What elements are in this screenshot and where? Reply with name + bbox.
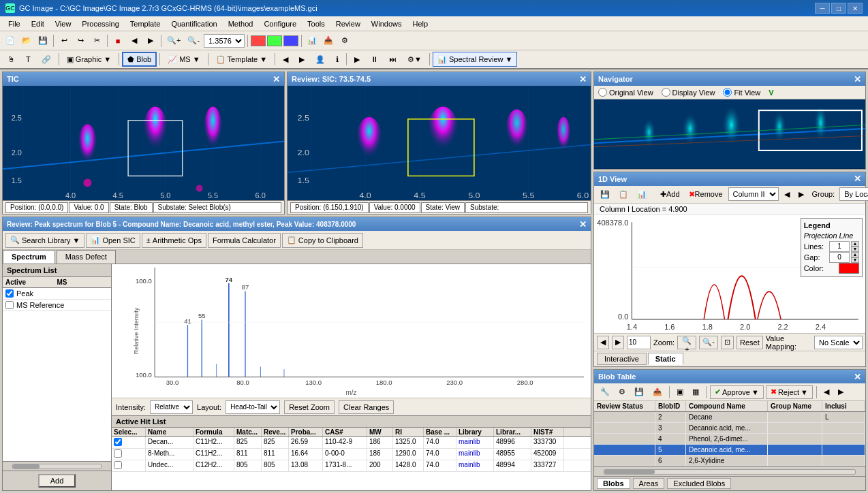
next-btn[interactable]: ▶ — [294, 52, 309, 67]
formula-calc-btn[interactable]: Formula Calculator — [208, 233, 281, 248]
menu-method[interactable]: Method — [223, 18, 259, 29]
zoom-in-btn[interactable]: 🔍+ — [164, 33, 183, 48]
tab-blobs[interactable]: Blobs — [597, 478, 630, 489]
new-btn[interactable]: 📄 — [3, 33, 18, 48]
user-btn[interactable]: 👤 — [311, 52, 330, 67]
radio-original[interactable]: Original View — [598, 88, 653, 97]
gap-down[interactable]: ▼ — [851, 257, 859, 263]
zoom-out-btn[interactable]: 🔍- — [185, 33, 202, 48]
prev-btn[interactable]: ◀ — [278, 52, 293, 67]
layout-select[interactable]: Head-to-Tail — [226, 400, 280, 414]
v1d-copy[interactable]: 📋 — [615, 187, 632, 201]
radio-display-input[interactable] — [662, 88, 670, 97]
row-checkbox[interactable] — [114, 449, 122, 458]
text-btn[interactable]: T — [21, 52, 35, 67]
zoom-value[interactable] — [627, 336, 651, 349]
radio-fit-input[interactable] — [723, 88, 732, 97]
blob-scroll-thumb[interactable] — [604, 470, 655, 474]
link-btn[interactable]: 🔗 — [37, 52, 56, 67]
open-btn[interactable]: 📂 — [19, 33, 34, 48]
tic-title-bar[interactable]: TIC ✕ — [3, 72, 284, 86]
settings-btn[interactable]: ⚙ — [337, 33, 352, 48]
hit-row[interactable]: 8-Meth... C11H2... 811 811 16.64 0-00-0 … — [112, 449, 591, 460]
color2-btn[interactable] — [267, 35, 282, 46]
search-library-btn[interactable]: 🔍 Search Library ▼ — [5, 233, 84, 248]
zoom-fit[interactable]: ⊡ — [721, 336, 734, 349]
menu-view[interactable]: View — [50, 18, 77, 29]
color-swatch[interactable] — [839, 263, 859, 274]
close-button[interactable]: ✕ — [848, 3, 863, 14]
menu-quantification[interactable]: Quantification — [166, 18, 222, 29]
group-select[interactable]: By Loca — [839, 187, 868, 201]
cut-btn[interactable]: ✂ — [89, 33, 104, 48]
prev-nav[interactable]: ◀ — [597, 336, 609, 349]
view1d-chart[interactable]: Legend Projection Line Lines: ▲ ▼ — [594, 215, 865, 333]
blob-tool2[interactable]: ⚙ — [615, 385, 629, 399]
reject-btn[interactable]: ✖ Reject ▼ — [766, 385, 813, 399]
blob-header[interactable]: Blob Table ✕ — [594, 370, 865, 383]
add-button[interactable]: Add — [38, 474, 76, 488]
v1d-info[interactable]: 📊 — [634, 187, 650, 201]
spectrum-chart[interactable]: Relative Intensity 100.0 100.0 30.0 — [112, 264, 591, 398]
cell-check[interactable] — [112, 460, 146, 471]
radio-original-input[interactable] — [598, 88, 607, 97]
options-btn[interactable]: ⚙▼ — [403, 52, 427, 67]
blob-filter1[interactable]: ▣ — [673, 385, 687, 399]
reset-zoom[interactable]: Reset — [737, 336, 763, 349]
play-btn[interactable]: ▶ — [350, 52, 365, 67]
tic-close[interactable]: ✕ — [273, 74, 280, 84]
clear-ranges-btn[interactable]: Clear Ranges — [339, 400, 394, 414]
color3-btn[interactable] — [283, 35, 298, 46]
sic-canvas[interactable]: 4.0 4.5 5.0 5.5 6.0 2.5 2.0 1.5 — [288, 86, 591, 200]
menu-template[interactable]: Template — [125, 18, 166, 29]
blob-tool1[interactable]: 🔧 — [597, 385, 613, 399]
zoom-out[interactable]: 🔍- — [699, 336, 718, 349]
run-btn[interactable]: ■ — [110, 33, 125, 48]
stop-btn[interactable]: ◀ — [127, 33, 142, 48]
radio-display[interactable]: Display View — [662, 88, 715, 97]
static-tab[interactable]: Static — [648, 353, 683, 365]
navigator-close[interactable]: ✕ — [854, 74, 861, 84]
menu-configure[interactable]: Configure — [258, 18, 302, 29]
gap-input[interactable] — [829, 252, 850, 263]
list-item[interactable]: MS Reference — [3, 300, 111, 311]
info-btn[interactable]: ℹ — [331, 52, 343, 67]
intensity-select[interactable]: Relative — [150, 400, 193, 414]
v1d-add[interactable]: ✚ Add — [657, 187, 683, 201]
blob-filter2[interactable]: ▦ — [689, 385, 702, 399]
copy-clipboard-btn[interactable]: 📋 Copy to Clipboard — [282, 233, 363, 248]
peak-checkbox[interactable] — [5, 289, 14, 298]
navigator-canvas[interactable] — [594, 99, 865, 169]
import-btn[interactable]: 📥 — [321, 33, 336, 48]
column-select[interactable]: Column II — [728, 187, 779, 201]
blob-btn[interactable]: ⬟ Blob — [122, 52, 157, 67]
blob-export[interactable]: 📤 — [649, 385, 666, 399]
h-scrollbar[interactable] — [3, 461, 111, 471]
scrollbar-thumb[interactable] — [13, 464, 40, 468]
hit-row[interactable]: Undec... C12H2... 805 805 13.08 1731-8..… — [112, 460, 591, 472]
cell-check[interactable] — [112, 449, 146, 460]
gap-up[interactable]: ▲ — [851, 252, 859, 257]
blob-row[interactable]: 2 Decane L — [594, 412, 865, 423]
lines-down[interactable]: ▼ — [851, 246, 859, 252]
interactive-tab[interactable]: Interactive — [597, 353, 647, 365]
undo-btn[interactable]: ↩ — [57, 33, 72, 48]
color1-btn[interactable] — [251, 35, 266, 46]
view1d-close[interactable]: ✕ — [854, 174, 861, 184]
row-checkbox[interactable] — [114, 438, 122, 446]
tic-canvas[interactable]: 4.0 4.5 5.0 5.5 6.0 2.5 2.0 1.5 — [3, 86, 284, 200]
blob-row[interactable]: 4 Phenol, 2,6-dimet... — [594, 434, 865, 445]
scrollbar-track[interactable] — [12, 464, 102, 469]
tab-areas[interactable]: Areas — [633, 478, 665, 489]
pause-btn[interactable]: ⏸ — [366, 52, 383, 67]
graphic-btn[interactable]: ▣ Graphic ▼ — [62, 52, 116, 67]
tab-excluded-blobs[interactable]: Excluded Blobs — [667, 478, 731, 489]
zoom-in[interactable]: 🔍+ — [677, 336, 696, 349]
v1d-save[interactable]: 💾 — [597, 187, 613, 201]
forward-btn[interactable]: ⏭ — [384, 52, 401, 67]
menu-file[interactable]: File — [3, 18, 26, 29]
blob-hscroll[interactable] — [594, 466, 865, 476]
menu-help[interactable]: Help — [407, 18, 433, 29]
fwd-btn[interactable]: ▶ — [143, 33, 158, 48]
menu-windows[interactable]: Windows — [366, 18, 407, 29]
